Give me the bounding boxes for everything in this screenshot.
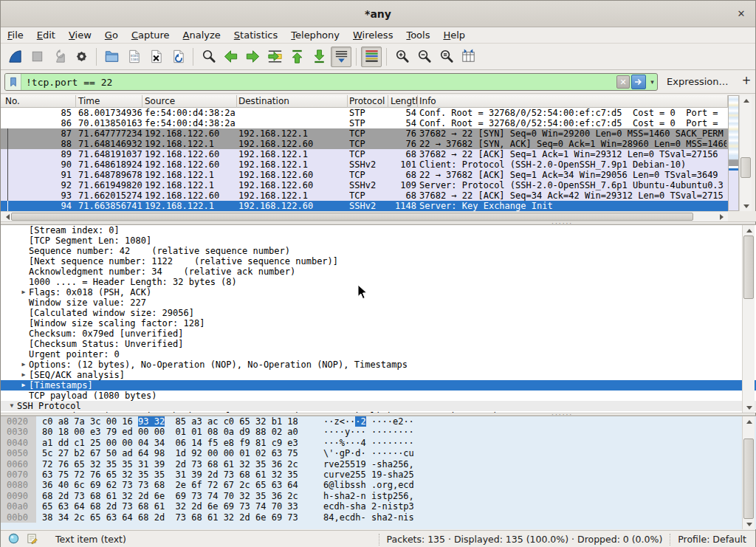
menu-capture[interactable]: Capture [125, 27, 176, 44]
expander-closed-icon[interactable]: ▶ [18, 359, 29, 370]
hex-row-0050[interactable]: 00505c 27 b2 67 50 ad 64 98 1d 92 00 00 … [1, 448, 756, 458]
detail-line[interactable]: [Window size scaling factor: 128] [1, 318, 756, 328]
detail-line[interactable]: ▶[SEQ/ACK analysis] [1, 370, 756, 380]
zoom-original-button[interactable] [436, 47, 456, 67]
menu-file[interactable]: File [1, 27, 30, 44]
packet-row-88[interactable]: 8871.648146932192.168.122.1192.168.122.6… [1, 139, 728, 149]
hex-bytes[interactable]: 36 40 6c 69 62 73 73 68 2e 6f 72 67 2c 6… [42, 480, 298, 490]
go-last-button[interactable] [309, 47, 329, 67]
hex-row-00b0[interactable]: 00b038 34 2c 65 63 64 68 2d 73 68 61 32 … [1, 512, 756, 523]
save-file-button[interactable]: 01011101 [123, 47, 144, 67]
zoom-out-button[interactable] [413, 47, 434, 67]
packet-list-header[interactable]: No.TimeSourceDestinationProtocolLengthIn… [1, 95, 728, 108]
scroll-up-arrow-icon[interactable] [740, 95, 752, 106]
go-first-button[interactable] [286, 47, 307, 67]
hex-bytes[interactable]: 72 76 65 32 35 35 31 39 2d 73 68 61 32 3… [42, 459, 298, 469]
hex-row-00a0[interactable]: 00a065 63 64 68 2d 73 68 61 32 2d 6e 69 … [1, 501, 756, 512]
packet-row-92[interactable]: 9271.661949820192.168.122.1192.168.122.6… [1, 180, 728, 190]
hex-bytes[interactable]: c0 a8 7a 3c 00 16 93 32 85 a3 ac c0 65 3… [42, 416, 298, 427]
ascii-bytes[interactable]: ··z<···2 ····e2·· [323, 416, 414, 427]
hex-bytes[interactable]: 63 75 72 76 65 32 35 35 31 39 2d 73 68 6… [42, 469, 298, 480]
expander-open-icon[interactable]: ▼ [7, 401, 17, 411]
ascii-bytes[interactable]: ecdh-sha 2-nistp3 [323, 501, 414, 512]
menu-view[interactable]: View [62, 27, 98, 44]
detail-line[interactable]: Checksum: 0x79ed [unverified] [1, 328, 756, 339]
column-header-protocol[interactable]: Protocol [348, 95, 388, 108]
scroll-left-arrow-icon[interactable] [1, 212, 11, 222]
capture-options-button[interactable] [71, 47, 92, 67]
packet-row-91[interactable]: 9171.648789678192.168.122.1192.168.122.6… [1, 170, 728, 180]
close-button[interactable]: ✕ [735, 7, 748, 21]
detail-line[interactable]: Sequence number: 42 (relative sequence n… [1, 246, 756, 256]
display-filter-field[interactable]: ✕ ▾ [4, 73, 658, 91]
scroll-down-arrow-icon[interactable] [743, 519, 755, 529]
hex-bytes[interactable]: a1 dd c1 25 00 00 04 34 06 14 f5 e8 f9 8… [42, 438, 298, 448]
auto-scroll-button[interactable] [331, 47, 351, 67]
packet-row-86[interactable]: 8670.013850163fe:54:00:d4:38:2aSTP54Conf… [1, 118, 728, 128]
menu-wireless[interactable]: Wireless [346, 27, 399, 44]
filter-dropdown-caret[interactable]: ▾ [647, 78, 657, 86]
column-header-time[interactable]: Time [76, 95, 142, 108]
packet-list-vertical-scrollbar[interactable] [739, 95, 752, 211]
packet-row-93[interactable]: 9371.662015274192.168.122.60192.168.122.… [1, 190, 728, 201]
scroll-thumb[interactable] [743, 235, 754, 299]
scroll-up-arrow-icon[interactable] [743, 416, 755, 427]
hex-row-0030[interactable]: 003080 18 00 e3 79 ed 00 00 01 01 08 0a … [1, 427, 756, 437]
column-header-destination[interactable]: Destination [237, 95, 348, 108]
expression-button[interactable]: Expression… [667, 76, 729, 87]
open-file-button[interactable] [101, 47, 122, 67]
scroll-thumb[interactable] [11, 213, 693, 221]
hex-row-0070[interactable]: 007063 75 72 76 65 32 35 35 31 39 2d 73 … [1, 469, 756, 480]
packet-row-90[interactable]: 9071.648618924192.168.122.60192.168.122.… [1, 159, 728, 170]
detail-line[interactable]: Urgent pointer: 0 [1, 349, 756, 359]
column-header-source[interactable]: Source [142, 95, 237, 108]
ascii-bytes[interactable]: 6@libssh .org,ecd [323, 480, 414, 490]
menu-analyze[interactable]: Analyze [176, 27, 227, 44]
menu-help[interactable]: Help [436, 27, 472, 44]
hex-bytes[interactable]: 80 18 00 e3 79 ed 00 00 01 01 08 0a d9 8… [42, 427, 298, 437]
start-capture-button[interactable] [4, 47, 25, 67]
detail-vertical-scrollbar[interactable] [742, 225, 755, 413]
hex-bytes[interactable]: 68 2d 73 68 61 32 2d 6e 69 73 74 70 32 3… [42, 491, 298, 501]
hex-row-0040[interactable]: 0040a1 dd c1 25 00 00 04 34 06 14 f5 e8 … [1, 438, 756, 448]
filter-add-button[interactable]: + [740, 74, 752, 87]
scroll-up-arrow-icon[interactable] [743, 225, 755, 235]
hex-bytes[interactable]: 5c 27 b2 67 50 ad 64 98 1d 92 00 00 01 0… [42, 448, 298, 458]
filter-bookmark-icon[interactable] [5, 74, 21, 90]
zoom-in-button[interactable] [391, 47, 412, 67]
ascii-bytes[interactable]: ···%···4 ········ [323, 438, 414, 448]
go-forward-button[interactable] [242, 47, 263, 67]
ascii-bytes[interactable]: curve255 19-sha25 [323, 469, 414, 480]
detail-line[interactable]: ▶Flags: 0x018 (PSH, ACK) [1, 287, 756, 297]
expander-closed-icon[interactable]: ▶ [18, 287, 29, 297]
detail-line[interactable]: Window size value: 227 [1, 297, 756, 308]
menu-go[interactable]: Go [98, 27, 125, 44]
scroll-thumb[interactable] [740, 157, 751, 178]
detail-line[interactable]: [Calculated window size: 29056] [1, 308, 756, 318]
colorize-button[interactable] [361, 47, 382, 67]
ascii-bytes[interactable]: rve25519 -sha256, [323, 459, 414, 469]
display-filter-input[interactable] [21, 77, 616, 88]
ascii-bytes[interactable]: h-sha2-n istp256, [323, 491, 414, 501]
close-file-button[interactable] [145, 47, 166, 67]
hex-row-0090[interactable]: 009068 2d 73 68 61 32 2d 6e 69 73 74 70 … [1, 491, 756, 501]
hex-row-0060[interactable]: 006072 76 65 32 35 35 31 39 2d 73 68 61 … [1, 459, 756, 469]
detail-line[interactable]: TCP payload (1080 bytes) [1, 391, 756, 401]
hex-bytes[interactable]: 38 34 2c 65 63 64 68 2d 73 68 61 32 2d 6… [42, 512, 298, 523]
filter-clear-button[interactable]: ✕ [616, 75, 630, 89]
expert-info-icon[interactable] [8, 533, 19, 546]
ascii-bytes[interactable]: \'·gP·d· ······cu [323, 448, 414, 458]
scroll-thumb[interactable] [743, 438, 754, 519]
scroll-right-arrow-icon[interactable] [718, 212, 728, 222]
reload-file-button[interactable] [168, 47, 188, 67]
hex-bytes[interactable]: 65 63 64 68 2d 73 68 61 32 2d 6e 69 73 7… [42, 501, 298, 512]
packet-list-horizontal-scrollbar[interactable] [1, 211, 728, 221]
hex-row-0020[interactable]: 0020c0 a8 7a 3c 00 16 93 32 85 a3 ac c0 … [1, 416, 756, 427]
ascii-bytes[interactable]: ····y··· ········ [323, 427, 414, 437]
hex-row-0080[interactable]: 008036 40 6c 69 62 73 73 68 2e 6f 72 67 … [1, 480, 756, 490]
capture-comment-icon[interactable] [27, 533, 38, 546]
detail-line[interactable]: [Next sequence number: 1122 (relative se… [1, 256, 756, 266]
detail-line[interactable]: [TCP Segment Len: 1080] [1, 235, 756, 246]
filter-apply-button[interactable] [631, 75, 646, 89]
packet-list-minimap[interactable] [728, 95, 739, 211]
